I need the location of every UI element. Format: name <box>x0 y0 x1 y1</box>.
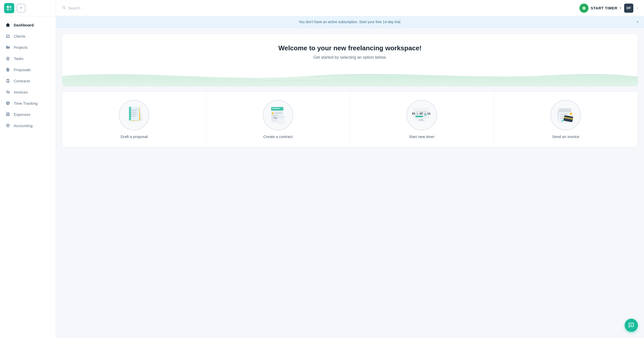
send-invoice-icon <box>550 100 581 130</box>
folder-icon <box>5 44 11 50</box>
svg-rect-30 <box>418 120 425 121</box>
welcome-subtitle: Get started by selecting an option below… <box>72 55 627 60</box>
sidebar-item-expenses[interactable]: Expenses <box>0 109 56 120</box>
svg-rect-11 <box>129 107 131 120</box>
add-button[interactable]: + <box>17 4 25 12</box>
wave-decoration <box>62 66 638 86</box>
play-icon <box>579 4 589 13</box>
sidebar-header: + <box>0 0 56 16</box>
proposals-icon <box>5 67 11 72</box>
content-area: You don't have an active subscription. S… <box>56 16 644 338</box>
people-icon <box>5 33 11 39</box>
home-icon <box>5 22 11 28</box>
sidebar-item-accounting[interactable]: Accounting <box>0 120 56 131</box>
start-timer-card-icon: 03 : 47 : 14 <box>406 100 437 130</box>
accounting-icon <box>5 123 11 128</box>
sidebar: + Dashboard Clients <box>0 0 56 338</box>
contracts-icon <box>5 78 11 84</box>
svg-rect-34 <box>560 114 568 115</box>
svg-rect-10 <box>130 116 136 117</box>
draft-proposal-label: Draft a proposal <box>121 134 148 139</box>
svg-rect-19 <box>277 114 285 125</box>
receipt-icon <box>5 112 11 117</box>
welcome-title: Welcome to your new freelancing workspac… <box>72 44 627 52</box>
sidebar-item-contracts[interactable]: Contracts <box>0 75 56 86</box>
svg-rect-14 <box>272 108 280 109</box>
search-input[interactable] <box>68 6 144 10</box>
create-contract-label: Create a contract <box>263 134 292 139</box>
time-tracking-label: Time Tracking <box>14 101 38 105</box>
svg-rect-33 <box>559 108 572 112</box>
sidebar-item-tasks[interactable]: Tasks <box>0 53 56 64</box>
start-timer-card[interactable]: 03 : 47 : 14 Start new t <box>350 92 494 147</box>
accounting-label: Accounting <box>14 124 33 128</box>
draft-proposal-icon <box>119 100 149 130</box>
svg-point-28 <box>424 113 427 116</box>
dashboard-label: Dashboard <box>14 23 34 27</box>
start-timer-button[interactable]: START TIMER ▾ <box>579 4 621 13</box>
tasks-label: Tasks <box>14 56 23 61</box>
svg-point-15 <box>272 112 274 114</box>
chevron-down-icon: ▾ <box>620 6 621 10</box>
sidebar-item-projects[interactable]: Projects <box>0 42 56 53</box>
sidebar-nav: Dashboard Clients Projects <box>0 16 56 338</box>
svg-point-39 <box>570 113 572 115</box>
clients-label: Clients <box>14 34 25 38</box>
banner-close-button[interactable]: × <box>636 19 639 25</box>
projects-label: Projects <box>14 45 27 50</box>
draft-proposal-card[interactable]: Draft a proposal <box>62 92 206 147</box>
welcome-card: Welcome to your new freelancing workspac… <box>62 34 638 86</box>
svg-rect-3 <box>9 8 11 10</box>
svg-rect-2 <box>7 8 9 10</box>
svg-rect-0 <box>7 6 9 8</box>
contracts-label: Contracts <box>14 79 30 83</box>
banner-text: You don't have an active subscription. S… <box>299 20 401 24</box>
svg-text:03 : 47 : 14: 03 : 47 : 14 <box>412 112 430 115</box>
action-cards: Draft a proposal <box>62 91 638 147</box>
send-invoice-label: Send an invoice <box>552 134 579 139</box>
chat-button[interactable] <box>625 319 638 332</box>
create-contract-icon <box>263 100 293 130</box>
invoices-label: Invoices <box>14 90 28 94</box>
send-invoice-card[interactable]: Send an invoice <box>494 92 638 147</box>
app-logo[interactable] <box>4 3 14 13</box>
subscription-banner: You don't have an active subscription. S… <box>56 16 644 28</box>
expenses-label: Expenses <box>14 112 31 117</box>
proposals-label: Proposals <box>14 68 31 72</box>
start-timer-label: START TIMER <box>591 6 617 10</box>
svg-rect-1 <box>9 6 11 8</box>
sidebar-item-invoices[interactable]: Invoices <box>0 86 56 98</box>
header: START TIMER ▾ DF › <box>56 0 644 16</box>
sidebar-item-dashboard[interactable]: Dashboard <box>0 19 56 30</box>
svg-rect-16 <box>275 113 282 114</box>
create-contract-card[interactable]: Create a contract <box>206 92 350 147</box>
svg-rect-7 <box>130 110 138 111</box>
header-right: START TIMER ▾ DF › <box>579 4 638 13</box>
search-icon <box>62 6 66 10</box>
clock-icon <box>5 100 11 106</box>
avatar[interactable]: DF <box>624 4 633 13</box>
search-bar <box>62 6 575 10</box>
welcome-content: Welcome to your new freelancing workspac… <box>62 34 638 60</box>
header-more-icon[interactable]: › <box>636 5 638 11</box>
invoices-icon <box>5 89 11 95</box>
start-timer-card-label: Start new timer <box>409 134 435 139</box>
main-area: START TIMER ▾ DF › You don't have an act… <box>56 0 644 338</box>
clipboard-icon <box>5 56 11 61</box>
sidebar-item-proposals[interactable]: Proposals <box>0 64 56 75</box>
svg-rect-8 <box>130 112 137 113</box>
sidebar-item-clients[interactable]: Clients <box>0 30 56 42</box>
sidebar-item-time-tracking[interactable]: Time Tracking <box>0 98 56 109</box>
svg-rect-9 <box>130 114 137 115</box>
svg-rect-27 <box>415 116 423 117</box>
